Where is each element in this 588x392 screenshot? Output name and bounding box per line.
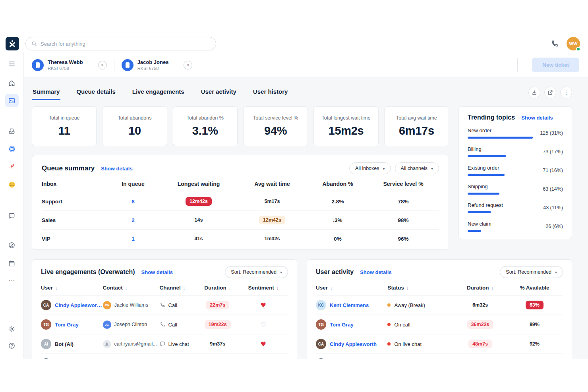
settings-gear-icon[interactable] bbox=[5, 322, 19, 336]
avatar: JW bbox=[103, 301, 111, 309]
topic-value: 71 (16%) bbox=[538, 168, 563, 173]
sort-duration[interactable]: Duration↓ bbox=[197, 285, 239, 291]
ticket-chip[interactable]: Jacob Jones RKSI-6758 × bbox=[122, 59, 193, 71]
sort-channel[interactable]: Channel↓ bbox=[160, 285, 197, 291]
live-engagements-show-details-link[interactable]: Show details bbox=[141, 269, 173, 275]
sort-duration[interactable]: Duration↓ bbox=[454, 285, 506, 291]
channels-filter-dropdown[interactable]: All channels ▾ bbox=[395, 162, 439, 174]
longest-waiting-badge: 12m42s bbox=[186, 197, 212, 206]
search-input[interactable] bbox=[41, 41, 210, 47]
inbox-icon[interactable] bbox=[5, 124, 19, 137]
kpi-total-abandon-pct: Total abandon % 3.1% bbox=[173, 106, 238, 146]
queue-summary-card: Queue summary Show details All inboxes ▾… bbox=[32, 155, 449, 250]
user-name-link[interactable]: Tom Gray bbox=[55, 322, 79, 328]
sort-available[interactable]: % Available bbox=[506, 285, 563, 291]
more-icon[interactable]: ⋯ bbox=[5, 273, 19, 287]
user-name-link[interactable]: Tom Gray bbox=[330, 322, 354, 328]
kpi-value: 6m17s bbox=[399, 124, 434, 137]
sidebar-nav: ⋯ bbox=[0, 52, 24, 359]
status-dot bbox=[387, 323, 391, 326]
close-ticket-icon[interactable]: × bbox=[184, 61, 192, 70]
user-avatar[interactable]: WW bbox=[567, 37, 580, 50]
available-badge: 92% bbox=[526, 340, 544, 348]
topic-bar bbox=[468, 230, 481, 232]
kpi-value: 15m2s bbox=[329, 124, 364, 137]
global-search[interactable] bbox=[25, 37, 216, 50]
app-window: WW bbox=[0, 35, 588, 359]
divider bbox=[517, 58, 518, 72]
in-queue-link[interactable]: 1 bbox=[132, 236, 135, 242]
tab-user-activity[interactable]: User activity bbox=[200, 85, 237, 100]
user-name-link[interactable]: Kent Clemmens bbox=[330, 302, 369, 308]
tab-live-engagements[interactable]: Live engagements bbox=[132, 85, 185, 100]
tab-queue-details[interactable]: Queue details bbox=[75, 85, 116, 100]
status-label: On call bbox=[394, 322, 410, 328]
status-label: On live chat bbox=[394, 341, 422, 347]
external-link-icon[interactable] bbox=[544, 87, 556, 98]
table-row: Support 8 12m42s 5m17s 2.8% 78% bbox=[42, 192, 439, 211]
smiley-icon[interactable] bbox=[5, 178, 19, 191]
abandon-pct: .3% bbox=[308, 217, 368, 223]
calendar-icon[interactable] bbox=[5, 257, 19, 270]
trending-show-details-link[interactable]: Show details bbox=[521, 115, 553, 121]
channel-label: Live chat bbox=[168, 341, 189, 347]
ticket-contact-name: Jacob Jones bbox=[137, 59, 169, 65]
download-icon[interactable] bbox=[528, 87, 540, 98]
agent-icon[interactable] bbox=[5, 238, 19, 252]
ticket-phone-icon bbox=[32, 59, 44, 71]
help-icon[interactable] bbox=[5, 339, 19, 352]
avatar: JS bbox=[41, 358, 51, 359]
chevron-down-icon: ▾ bbox=[280, 270, 282, 274]
avatar: JC bbox=[103, 321, 111, 329]
topic-label: New order bbox=[468, 127, 533, 133]
sort-user[interactable]: User↓ bbox=[316, 285, 387, 291]
menu-icon[interactable] bbox=[5, 57, 19, 71]
topic-label: Billing bbox=[468, 146, 533, 152]
ticket-chip[interactable]: Theresa Webb RKSI-6758 × bbox=[32, 59, 107, 71]
home-icon[interactable] bbox=[5, 76, 19, 90]
engagement-row: TGTom Gray JCJoseph Clinton Call 19m22s … bbox=[41, 315, 288, 334]
topic-value: 125 (31%) bbox=[538, 130, 563, 136]
new-ticket-button[interactable]: New ticket bbox=[532, 58, 579, 72]
sort-status[interactable]: Status↓ bbox=[387, 285, 454, 291]
trending-topic-row: Existing order 71 (16%) bbox=[468, 161, 563, 180]
user-name-link[interactable]: Cindy Applesworth. bbox=[55, 302, 103, 308]
dashboard-icon[interactable] bbox=[5, 94, 19, 107]
activity-row: KCKent Clemmens Away (Break) 6m32s 63% bbox=[316, 295, 563, 315]
close-ticket-icon[interactable]: × bbox=[98, 61, 107, 70]
user-activity-show-details-link[interactable]: Show details bbox=[360, 269, 391, 275]
sort-user[interactable]: User↓ bbox=[41, 285, 103, 291]
phone-icon[interactable] bbox=[551, 40, 559, 48]
dashboard-content: Summary Queue details Live engagements U… bbox=[24, 78, 588, 359]
sort-contact[interactable]: Contact↓ bbox=[103, 285, 160, 291]
user-name-link[interactable]: Cindy Applesworth bbox=[330, 341, 377, 347]
trending-topics-title: Trending topics bbox=[468, 114, 515, 121]
inboxes-filter-dropdown[interactable]: All inboxes ▾ bbox=[349, 162, 391, 174]
kpi-label: Total service level % bbox=[253, 115, 298, 121]
in-queue-link[interactable]: 2 bbox=[132, 217, 135, 223]
brand-logo[interactable] bbox=[6, 37, 19, 50]
abandon-pct: 0% bbox=[308, 236, 368, 242]
user-activity-sort-dropdown[interactable]: Sort: Recommended ▾ bbox=[500, 266, 563, 278]
open-tickets-bar: Theresa Webb RKSI-6758 × Jacob Jones RKS… bbox=[24, 52, 588, 78]
top-bar: WW bbox=[0, 35, 588, 52]
tab-summary[interactable]: Summary bbox=[32, 85, 60, 100]
trending-topic-row: Shipping 63 (14%) bbox=[468, 180, 563, 198]
activity-row: JSJohnathan Sterling Away (Lunch) 33m17s… bbox=[316, 354, 563, 359]
sort-sentiment[interactable]: Sentiment↓ bbox=[239, 285, 288, 291]
rocket-icon[interactable] bbox=[5, 160, 19, 173]
sentiment-heart-icon: ♥ bbox=[261, 301, 266, 309]
avatar: TG bbox=[316, 319, 326, 330]
topic-label: Existing order bbox=[468, 165, 533, 171]
globe-icon[interactable] bbox=[5, 142, 19, 156]
sort-icon: ↓ bbox=[491, 286, 494, 290]
chat-icon[interactable] bbox=[5, 209, 19, 222]
duration-badge: 22m7s bbox=[206, 301, 229, 309]
live-engagements-sort-dropdown[interactable]: Sort: Recommended ▾ bbox=[225, 266, 288, 278]
kebab-menu-icon[interactable]: ⋮ bbox=[560, 87, 572, 98]
queue-summary-show-details-link[interactable]: Show details bbox=[101, 166, 132, 172]
in-queue-link[interactable]: 8 bbox=[132, 199, 135, 205]
user-activity-card: User activity Show details Sort: Recomme… bbox=[307, 259, 572, 359]
tab-user-history[interactable]: User history bbox=[252, 85, 289, 100]
sentiment-heart-icon: ♡ bbox=[261, 321, 266, 328]
